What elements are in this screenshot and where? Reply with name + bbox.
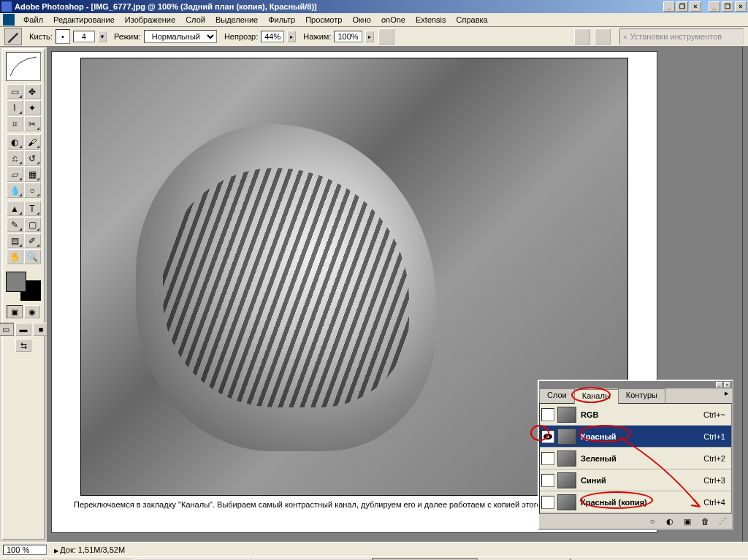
menu-item[interactable]: Справка	[452, 15, 492, 25]
lasso-tool[interactable]: ⌇	[7, 100, 23, 115]
doc-size-display[interactable]: Док: 1,51M/3,52M	[54, 545, 125, 554]
menu-item[interactable]: Изображение	[121, 15, 180, 25]
visibility-toggle[interactable]	[541, 496, 554, 509]
restore-secondary-button[interactable]: ❐	[676, 1, 688, 12]
standard-mode-button[interactable]: ▣	[7, 305, 23, 318]
opacity-field[interactable]: 44%	[261, 31, 284, 42]
menu-item[interactable]: onOne	[377, 15, 410, 25]
clone-stamp-tool[interactable]: ⎌	[7, 150, 23, 166]
shape-tool[interactable]: ▢	[24, 217, 41, 232]
blur-tool[interactable]: 💧	[7, 183, 23, 198]
panel-close-button[interactable]: ×	[724, 382, 730, 388]
channel-list: RGBCtrl+~КрасныйCtrl+1ЗеленыйCtrl+2Синий…	[539, 403, 732, 514]
screen-mode-full-menu[interactable]: ▬	[15, 323, 31, 336]
jump-to-imageready[interactable]: ⇆	[15, 339, 31, 352]
save-selection-button[interactable]: ◐	[663, 515, 676, 527]
flow-arrow[interactable]: ▸	[365, 31, 374, 42]
panel-minimize-button[interactable]: _	[716, 382, 722, 388]
eye-icon	[543, 434, 552, 440]
channel-shortcut: Ctrl+4	[703, 498, 725, 507]
maximize-button[interactable]: ❐	[722, 1, 733, 12]
flow-field[interactable]: 100%	[334, 31, 362, 42]
visibility-toggle[interactable]	[541, 452, 554, 465]
slice-tool[interactable]: ✂	[24, 116, 41, 131]
magic-wand-tool[interactable]: ✦	[24, 100, 41, 115]
menu-item[interactable]: Редактирование	[49, 15, 119, 25]
channel-row[interactable]: КрасныйCtrl+1	[540, 426, 731, 448]
delete-channel-button[interactable]: 🗑	[698, 515, 711, 527]
zoom-field[interactable]: 100 %	[3, 545, 47, 555]
path-selection-tool[interactable]: ▲	[7, 201, 23, 216]
panel-resize-grip[interactable]: ⋰	[716, 515, 729, 527]
channel-thumbnail	[557, 494, 576, 510]
brush-size-field[interactable]: 4	[73, 31, 95, 42]
tab-channels[interactable]: Каналы	[574, 389, 619, 404]
panel-menu-arrow[interactable]: ▸	[722, 388, 732, 403]
gradient-tool[interactable]: ▦	[24, 166, 41, 182]
foreground-color[interactable]	[6, 272, 26, 292]
airbrush-toggle[interactable]	[378, 28, 394, 45]
color-swatches[interactable]	[6, 272, 41, 301]
channel-thumbnail	[557, 407, 576, 423]
toolbox: ▭ ✥ ⌇ ✦ ⌗ ✂ ◐ 🖌 ⎌ ↺ ▱ ▦ 💧 ○ ▲ T ✎ ▢ ▤ ✐ …	[1, 48, 45, 540]
window-title: Adobe Photoshop - [IMG_6777.jpg @ 100% (…	[15, 2, 662, 11]
move-tool[interactable]: ✥	[24, 84, 41, 99]
screen-mode-standard[interactable]: ▭	[0, 323, 14, 336]
minimize-button[interactable]: _	[709, 1, 720, 12]
tab-layers[interactable]: Слои	[539, 388, 575, 403]
hand-tool[interactable]: ✋	[7, 249, 23, 264]
palette-dock-button-2[interactable]	[595, 28, 611, 45]
channel-name: Зеленый	[581, 454, 703, 463]
channel-name: Синий	[581, 476, 703, 485]
channel-thumbnail	[557, 450, 576, 467]
palette-dock-button[interactable]	[574, 28, 590, 45]
new-channel-button[interactable]: ▣	[681, 515, 694, 527]
channel-row[interactable]: RGBCtrl+~	[540, 404, 731, 426]
panel-dock-edge[interactable]	[742, 47, 748, 542]
eraser-tool[interactable]: ▱	[7, 166, 23, 182]
channel-row[interactable]: СинийCtrl+3	[540, 469, 731, 491]
healing-brush-tool[interactable]: ◐	[7, 134, 23, 150]
brush-picker-arrow[interactable]: ▼	[98, 31, 107, 42]
blend-mode-select[interactable]: Нормальный	[144, 30, 217, 43]
panel-drag-bar[interactable]: _ ×	[539, 381, 732, 388]
app-icon	[1, 1, 12, 12]
close-secondary-button[interactable]: ×	[690, 1, 701, 12]
minimize-secondary-button[interactable]: _	[663, 1, 675, 12]
mode-label: Режим:	[114, 32, 141, 41]
history-brush-tool[interactable]: ↺	[24, 150, 41, 166]
menu-item[interactable]: Фильтр	[264, 15, 299, 25]
dodge-tool[interactable]: ○	[24, 183, 41, 198]
menu-item[interactable]: Окно	[348, 15, 375, 25]
opacity-arrow[interactable]: ▸	[287, 31, 296, 42]
crop-tool[interactable]: ⌗	[7, 116, 23, 131]
tool-presets-dock[interactable]: « Установки инструментов	[619, 28, 744, 45]
eyedropper-tool[interactable]: ✐	[24, 233, 41, 248]
menu-item[interactable]: Файл	[19, 15, 47, 25]
current-tool-icon[interactable]	[4, 28, 22, 45]
tab-paths[interactable]: Контуры	[618, 388, 665, 403]
channel-row[interactable]: Красный (копия)Ctrl+4	[540, 491, 731, 513]
visibility-toggle[interactable]	[541, 408, 554, 421]
type-tool[interactable]: T	[24, 201, 41, 216]
photoshop-icon	[3, 14, 15, 26]
visibility-toggle[interactable]	[541, 430, 554, 443]
menu-item[interactable]: Просмотр	[301, 15, 346, 25]
quickmask-mode-button[interactable]: ◉	[24, 305, 40, 318]
zoom-tool[interactable]: 🔍	[24, 249, 41, 264]
pen-tool[interactable]: ✎	[7, 217, 23, 232]
marquee-tool[interactable]: ▭	[7, 84, 23, 99]
close-button[interactable]: ×	[735, 1, 747, 12]
menu-item[interactable]: Слой	[181, 15, 210, 25]
channel-shortcut: Ctrl+1	[703, 432, 725, 441]
menu-item[interactable]: Extensis	[411, 15, 451, 25]
visibility-toggle[interactable]	[541, 474, 554, 487]
load-selection-button[interactable]: ○	[646, 515, 659, 527]
menu-item[interactable]: Выделение	[211, 15, 262, 25]
notes-tool[interactable]: ▤	[7, 233, 23, 248]
brush-tool[interactable]: 🖌	[24, 134, 41, 150]
menu-bar: ФайлРедактированиеИзображениеСлойВыделен…	[0, 13, 748, 27]
channel-shortcut: Ctrl+2	[703, 454, 725, 463]
channel-row[interactable]: ЗеленыйCtrl+2	[540, 448, 731, 469]
channel-shortcut: Ctrl+~	[703, 410, 725, 419]
